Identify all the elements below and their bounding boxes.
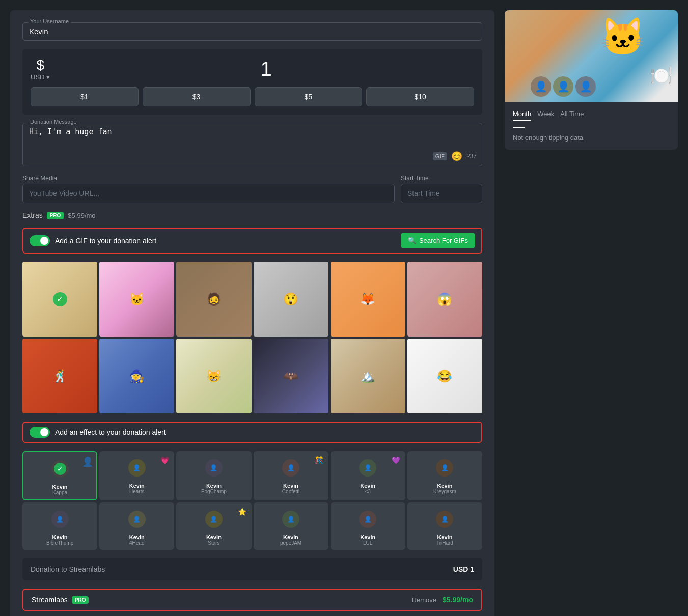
active-tab-indicator bbox=[513, 127, 525, 128]
lul-avatar: 👤 bbox=[359, 511, 376, 528]
streamlabs-price: $5.99/mo bbox=[443, 596, 473, 604]
biblethump-avatar-area: 👤 bbox=[24, 507, 95, 532]
gif-item[interactable]: 🦊 bbox=[331, 262, 405, 337]
donation-summary: Donation to Streamlabs USD 1 bbox=[22, 558, 482, 580]
extras-price: $5.99/mo bbox=[68, 212, 95, 219]
gif-item[interactable]: 😱 bbox=[407, 262, 482, 337]
trihard-sub: TriHard bbox=[409, 540, 480, 546]
heart3-overlay: 💜 bbox=[392, 456, 400, 464]
effect-item-pepejam[interactable]: 👤 Kevin pepeJAM bbox=[254, 502, 328, 550]
pepejam-name: Kevin bbox=[256, 534, 326, 540]
face-icons: 👤 👤 👤 bbox=[531, 76, 596, 97]
stars-sub: Stars bbox=[178, 540, 249, 546]
amount-value[interactable]: 1 bbox=[58, 58, 474, 80]
lul-avatar-area: 👤 bbox=[333, 507, 403, 532]
emoji-icon[interactable]: 😊 bbox=[451, 151, 462, 162]
kreygasm-avatar-area: 👤 bbox=[409, 455, 480, 481]
share-media-input[interactable] bbox=[22, 184, 395, 203]
effect-item-kappa[interactable]: 👤 ✓ 👤 Kevin Kappa bbox=[22, 451, 97, 500]
tab-all-time[interactable]: All Time bbox=[560, 110, 584, 121]
face-icon-3: 👤 bbox=[575, 76, 596, 97]
no-data-message: Not enough tipping data bbox=[513, 134, 670, 142]
tab-month[interactable]: Month bbox=[513, 110, 531, 121]
anime-background: 🐱 👤 👤 👤 🍽️ bbox=[505, 10, 678, 102]
search-icon: 🔍 bbox=[408, 237, 416, 244]
effect-item-hearts[interactable]: 👤 💗 Kevin Hearts bbox=[99, 451, 174, 500]
gif-image: 🐱 bbox=[99, 262, 174, 337]
amount-section: $ USD ▾ 1 $1 $3 $5 $10 bbox=[22, 49, 482, 115]
tab-week[interactable]: Week bbox=[537, 110, 554, 121]
effect-item-stars[interactable]: 👤 ⭐ Kevin Stars bbox=[176, 502, 251, 550]
preset-4-button[interactable]: $10 bbox=[366, 87, 474, 106]
amount-display: $ USD ▾ 1 bbox=[31, 57, 474, 81]
media-row: Share Media Start Time bbox=[22, 175, 482, 203]
effect-item-lul[interactable]: 👤 Kevin LUL bbox=[331, 502, 405, 550]
effect-item-trihard[interactable]: 👤 Kevin TriHard bbox=[407, 502, 482, 550]
gif-item[interactable]: 😂 bbox=[407, 339, 482, 413]
4head-avatar: 👤 bbox=[128, 511, 146, 528]
extras-pro-badge: PRO bbox=[47, 212, 64, 219]
effect-item-pogchamp[interactable]: 👤 Kevin PogChamp bbox=[176, 451, 251, 500]
gif-item[interactable]: 🕺 bbox=[22, 339, 97, 413]
preset-3-button[interactable]: $5 bbox=[255, 87, 363, 106]
gif-item[interactable]: 🏔️ bbox=[331, 339, 405, 413]
kappa-avatar-area: 👤 ✓ 👤 bbox=[25, 456, 94, 482]
share-media-wrap: Share Media bbox=[22, 175, 395, 203]
gif-item[interactable]: 🐱 bbox=[99, 262, 174, 337]
search-gifs-label: Search For GIFs bbox=[419, 237, 468, 244]
stats-panel: Month Week All Time Not enough tipping d… bbox=[505, 102, 678, 150]
streamlabs-right: Remove $5.99/mo bbox=[412, 596, 473, 604]
effect-item-biblethump[interactable]: 👤 Kevin BibleThump bbox=[22, 502, 97, 550]
effect-toggle-label: Add an effect to your donation alert bbox=[55, 428, 166, 436]
gif-image: 😸 bbox=[176, 339, 251, 413]
preset-1-button[interactable]: $1 bbox=[31, 87, 139, 106]
gif-image: 🏔️ bbox=[331, 339, 405, 413]
stars-name: Kevin bbox=[178, 534, 249, 540]
gif-item[interactable]: 🐈 bbox=[22, 262, 97, 337]
gif-toggle-left: Add a GIF to your donation alert bbox=[30, 235, 156, 246]
gif-image: 🦊 bbox=[331, 262, 405, 337]
trihard-avatar-area: 👤 bbox=[409, 507, 480, 532]
gif-badge[interactable]: GIF bbox=[433, 152, 447, 160]
pogchamp-name: Kevin bbox=[178, 483, 249, 489]
gif-item[interactable]: 😸 bbox=[176, 339, 251, 413]
gif-item[interactable]: 🦇 bbox=[254, 339, 328, 413]
effect-toggle-switch[interactable] bbox=[30, 427, 50, 438]
gif-toggle-label: Add a GIF to your donation alert bbox=[55, 237, 156, 245]
preset-amounts: $1 $3 $5 $10 bbox=[31, 87, 474, 106]
share-media-label: Share Media bbox=[22, 175, 395, 182]
gif-item[interactable]: 🧔 bbox=[176, 262, 251, 337]
stars-avatar: 👤 bbox=[205, 511, 223, 528]
effect-item-confetti[interactable]: 👤 🎊 Kevin Confetti bbox=[254, 451, 328, 500]
effect-toggle-row: Add an effect to your donation alert bbox=[22, 422, 482, 443]
currency-selector[interactable]: USD ▾ bbox=[31, 73, 50, 81]
confetti-sub: Confetti bbox=[256, 489, 326, 494]
preview-image: 🐱 👤 👤 👤 🍽️ bbox=[505, 10, 678, 102]
kappa-sub: Kappa bbox=[25, 490, 94, 495]
start-time-input[interactable] bbox=[401, 184, 482, 203]
message-label: Donation Message bbox=[28, 119, 79, 125]
gif-item[interactable]: 😲 bbox=[254, 262, 328, 337]
remove-link[interactable]: Remove bbox=[412, 596, 436, 604]
username-field-group: Your Username bbox=[22, 22, 482, 41]
gif-image: 😂 bbox=[407, 339, 482, 413]
gif-toggle-switch[interactable] bbox=[30, 235, 50, 246]
streamlabs-row: Streamlabs PRO Remove $5.99/mo bbox=[22, 589, 482, 611]
face-icon-1: 👤 bbox=[531, 76, 551, 97]
gif-image: 😱 bbox=[407, 262, 482, 337]
message-textarea[interactable]: Hi, I'm a huge fan bbox=[29, 127, 476, 148]
username-input[interactable] bbox=[29, 27, 476, 36]
preset-2-button[interactable]: $3 bbox=[143, 87, 251, 106]
hearts-name: Kevin bbox=[101, 483, 172, 489]
heart3-name: Kevin bbox=[333, 483, 403, 489]
donation-summary-label: Donation to Streamlabs bbox=[31, 565, 105, 573]
effect-item-heart3[interactable]: 👤 💜 Kevin <3 bbox=[331, 451, 405, 500]
stats-tabs: Month Week All Time bbox=[513, 110, 670, 121]
effect-item-kreygasm[interactable]: 👤 Kevin Kreygasm bbox=[407, 451, 482, 500]
left-panel: Your Username $ USD ▾ 1 $1 $3 $5 $10 bbox=[10, 10, 494, 616]
search-gifs-button[interactable]: 🔍 Search For GIFs bbox=[401, 233, 475, 248]
gif-image: 🐈 bbox=[22, 262, 97, 337]
gif-item[interactable]: 🧙 bbox=[99, 339, 174, 413]
streamlabs-pro-badge: PRO bbox=[72, 596, 89, 604]
effect-item-4head[interactable]: 👤 Kevin 4Head bbox=[99, 502, 174, 550]
